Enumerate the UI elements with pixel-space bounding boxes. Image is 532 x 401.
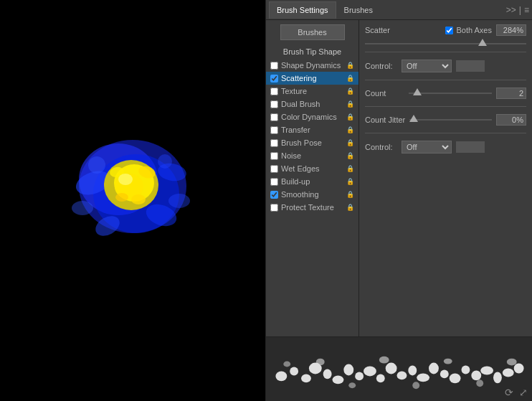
lock-icon-protect-texture: 🔒 — [346, 204, 354, 211]
count-jitter-slider-track[interactable] — [409, 119, 492, 121]
control-extra-2[interactable] — [456, 141, 485, 153]
control-select-2[interactable]: Off — [402, 141, 452, 154]
svg-point-28 — [364, 367, 376, 377]
control-select-1[interactable]: Off — [402, 60, 452, 72]
lock-icon-brush-pose: 🔒 — [346, 139, 354, 146]
sidebar-item-brush-pose[interactable]: Brush Pose🔒 — [266, 136, 358, 149]
label-texture: Texture — [281, 87, 307, 95]
count-label: Count — [365, 89, 404, 98]
checkbox-build-up[interactable] — [270, 178, 278, 186]
checkbox-noise[interactable] — [270, 152, 278, 160]
brush-tip-shape[interactable]: Brush Tip Shape — [266, 44, 358, 59]
canvas-area — [0, 0, 265, 401]
control-row-2: Control: Off — [365, 139, 526, 155]
checkbox-smoothing[interactable] — [270, 191, 278, 199]
svg-point-37 — [462, 366, 470, 374]
scatter-header: Scatter Both Axes — [365, 24, 526, 36]
checkbox-wet-edges[interactable] — [270, 165, 278, 173]
sidebar-item-color-dynamics[interactable]: Color Dynamics🔒 — [266, 110, 358, 123]
sidebar-item-wet-edges[interactable]: Wet Edges🔒 — [266, 162, 358, 175]
svg-point-17 — [115, 193, 128, 202]
control-label-1: Control: — [365, 62, 397, 70]
checkbox-protect-texture[interactable] — [270, 204, 278, 212]
svg-point-26 — [343, 364, 353, 376]
forward-icon[interactable]: >> — [506, 5, 516, 15]
svg-point-35 — [440, 369, 449, 378]
svg-point-38 — [471, 370, 481, 380]
control-extra-1[interactable] — [456, 60, 485, 72]
scatter-slider-track[interactable] — [365, 43, 526, 44]
label-smoothing: Smoothing — [281, 190, 319, 199]
divider-2 — [365, 80, 526, 80]
divider-1 — [365, 52, 526, 52]
label-transfer: Transfer — [281, 126, 310, 134]
scatter-value-input[interactable] — [496, 24, 526, 36]
count-slider-thumb[interactable] — [413, 88, 422, 95]
count-jitter-slider-thumb[interactable] — [409, 115, 418, 122]
sidebar-item-dual-brush[interactable]: Dual Brush🔒 — [266, 98, 358, 110]
sidebar-item-smoothing[interactable]: Smoothing🔒 — [266, 188, 358, 201]
svg-point-9 — [88, 156, 105, 174]
svg-point-40 — [493, 372, 502, 383]
both-axes-input[interactable] — [445, 27, 453, 34]
lock-icon-smoothing: 🔒 — [346, 191, 354, 198]
sidebar-item-protect-texture[interactable]: Protect Texture🔒 — [266, 201, 358, 214]
scatter-slider-thumb[interactable] — [478, 39, 487, 46]
count-value-input[interactable] — [496, 88, 526, 99]
brush-preview — [54, 115, 212, 258]
expand-icon[interactable]: ⤢ — [519, 387, 528, 398]
label-noise: Noise — [281, 151, 301, 160]
scatter-slider-row — [365, 43, 526, 44]
scatter-label: Scatter — [365, 26, 441, 34]
checkbox-texture[interactable] — [270, 88, 278, 95]
sidebar-item-shape-dynamics[interactable]: Shape Dynamics🔒 — [266, 59, 358, 72]
lock-icon-scattering: 🔒 — [346, 75, 354, 82]
tab-brush-settings[interactable]: Brush Settings — [269, 1, 336, 19]
count-slider-track[interactable] — [409, 93, 492, 94]
separator-icon: | — [519, 5, 521, 15]
checkbox-dual-brush[interactable] — [270, 100, 278, 108]
svg-point-29 — [376, 374, 385, 382]
checkbox-transfer[interactable] — [270, 126, 278, 134]
lock-icon-wet-edges: 🔒 — [346, 165, 354, 172]
svg-point-20 — [275, 371, 287, 381]
lock-icon-texture: 🔒 — [346, 88, 354, 95]
count-jitter-label: Count Jitter — [365, 115, 405, 124]
lock-icon-shape-dynamics: 🔒 — [346, 62, 354, 69]
sidebar-item-noise[interactable]: Noise🔒 — [266, 149, 358, 162]
menu-icon[interactable]: ≡ — [524, 5, 529, 15]
svg-point-34 — [429, 363, 439, 374]
label-scattering: Scattering — [281, 74, 317, 82]
bottom-preview: ⟳ ⤢ — [266, 336, 532, 401]
svg-point-27 — [355, 372, 364, 380]
both-axes-checkbox[interactable]: Both Axes — [445, 26, 492, 34]
sidebar-item-build-up[interactable]: Build-up🔒 — [266, 175, 358, 188]
svg-point-50 — [507, 359, 517, 366]
svg-point-33 — [417, 373, 429, 382]
checkbox-color-dynamics[interactable] — [270, 113, 278, 121]
svg-point-32 — [408, 366, 417, 376]
lock-icon-build-up: 🔒 — [346, 178, 354, 185]
label-build-up: Build-up — [281, 177, 310, 186]
sidebar-item-texture[interactable]: Texture🔒 — [266, 85, 358, 98]
sidebar-item-scattering[interactable]: Scattering🔒 — [266, 72, 358, 85]
recycle-icon[interactable]: ⟳ — [505, 387, 513, 398]
label-shape-dynamics: Shape Dynamics — [281, 61, 341, 70]
lock-icon-color-dynamics: 🔒 — [346, 113, 354, 121]
lock-icon-transfer: 🔒 — [346, 126, 354, 133]
svg-point-46 — [379, 357, 389, 364]
sidebar-item-transfer[interactable]: Transfer🔒 — [266, 123, 358, 136]
brushes-button[interactable]: Brushes — [280, 24, 345, 40]
checkbox-brush-pose[interactable] — [270, 139, 278, 147]
brush-sidebar: Brushes Brush Tip Shape Shape Dynamics🔒S… — [266, 20, 359, 336]
settings-area: Scatter Both Axes Control: — [359, 20, 532, 336]
preview-canvas — [266, 337, 532, 401]
count-jitter-value-input[interactable] — [496, 114, 526, 126]
svg-point-43 — [283, 362, 290, 367]
checkbox-scattering[interactable] — [270, 75, 278, 82]
svg-point-44 — [316, 359, 325, 366]
svg-point-16 — [131, 194, 146, 204]
svg-point-31 — [397, 371, 407, 379]
tab-brushes[interactable]: Brushes — [336, 1, 381, 19]
checkbox-shape-dynamics[interactable] — [270, 62, 278, 70]
